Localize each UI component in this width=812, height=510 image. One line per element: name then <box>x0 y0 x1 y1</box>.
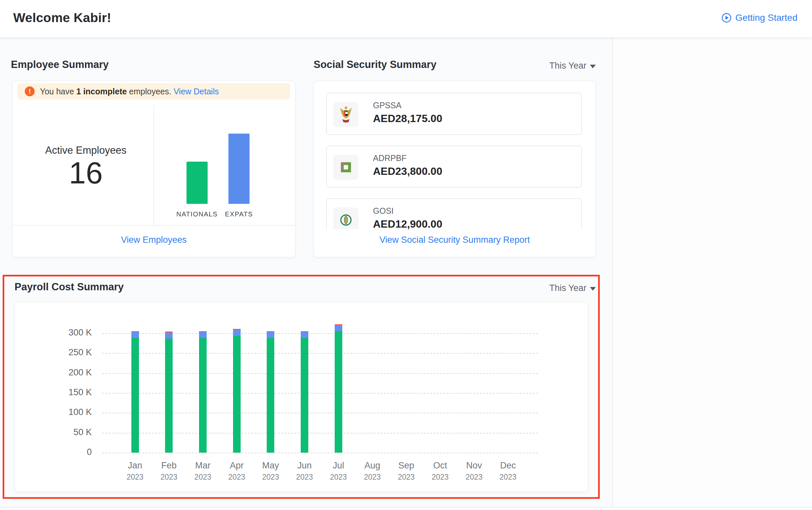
y-axis-tick-label: 250 K <box>39 348 92 358</box>
period-label: This Year <box>549 61 586 71</box>
bar-segment-blue-feb <box>165 332 173 338</box>
bar-segment-blue-jan <box>132 332 139 338</box>
mini-bar-nationals <box>186 162 208 204</box>
warning-text: You have <box>40 87 76 96</box>
mini-bar-expats <box>228 133 250 204</box>
gridline <box>102 453 538 453</box>
y-axis-tick-label: 100 K <box>39 407 92 417</box>
page-header: Welcome Kabir! Getting Started <box>0 0 812 38</box>
social-security-period-select[interactable]: This Year <box>549 61 596 71</box>
scheme-amount: AED12,900.00 <box>373 218 442 229</box>
vertical-divider <box>153 105 154 225</box>
horizontal-divider <box>12 225 295 226</box>
x-axis-label: Dec2023 <box>488 460 528 482</box>
social-security-row[interactable]: GPSSAAED28,175.00 <box>326 93 582 135</box>
page-title: Welcome Kabir! <box>13 10 111 25</box>
play-circle-icon <box>722 13 731 23</box>
adrpbf-logo-icon <box>338 160 353 175</box>
bar-segment-green-may <box>267 338 274 453</box>
view-employees-link[interactable]: View Employees <box>12 235 295 245</box>
bar-segment-green-jun <box>301 338 308 453</box>
social-security-row[interactable]: GOSIAED12,900.00 <box>326 198 582 229</box>
active-employees-count: 16 <box>20 156 152 190</box>
bar-segment-red-jan <box>132 331 139 332</box>
social-security-list[interactable]: GPSSAAED28,175.00ADRPBFAED23,800.00GOSIA… <box>326 93 583 229</box>
warning-icon: ! <box>25 86 35 96</box>
y-axis-tick-label: 300 K <box>39 328 92 338</box>
warning-text-bold: 1 incomplete <box>76 87 127 96</box>
getting-started-link[interactable]: Getting Started <box>722 12 798 23</box>
bar-segment-red-mar <box>199 331 207 332</box>
employee-summary-title: Employee Summary <box>11 59 109 70</box>
chevron-down-icon <box>590 287 596 291</box>
bar-segment-red-may <box>267 331 274 332</box>
social-security-summary-title: Social Security Summary <box>314 59 436 70</box>
payroll-cost-summary-title: Payroll Cost Summary <box>14 281 124 293</box>
y-axis-tick-label: 0 <box>39 447 92 457</box>
y-axis-tick-label: 200 K <box>39 367 92 378</box>
incomplete-employees-banner: ! You have 1 incomplete employees. View … <box>18 83 290 100</box>
bar-segment-green-jan <box>132 338 139 453</box>
view-social-security-report-link[interactable]: View Social Security Summary Report <box>314 235 596 245</box>
bar-segment-blue-mar <box>199 332 207 338</box>
bar-segment-blue-jun <box>301 332 308 338</box>
scheme-amount: AED28,175.00 <box>373 113 442 125</box>
bar-segment-red-jun <box>301 331 308 332</box>
scheme-name: GOSI <box>373 206 394 216</box>
dashboard-page: Welcome Kabir! Getting Started Employee … <box>0 0 812 510</box>
scheme-icon-box <box>334 102 358 127</box>
period-label: This Year <box>549 283 586 293</box>
active-employees-label: Active Employees <box>20 145 152 156</box>
month-label: Dec <box>488 460 528 471</box>
bar-segment-blue-may <box>267 332 274 338</box>
bar-segment-blue-apr <box>233 330 241 336</box>
bar-segment-red-apr <box>233 329 241 330</box>
year-label: 2023 <box>488 473 528 482</box>
getting-started-label: Getting Started <box>735 12 798 23</box>
bar-segment-green-jul <box>335 331 342 453</box>
bar-segment-green-apr <box>233 336 241 453</box>
right-gutter <box>612 38 812 510</box>
payroll-period-select[interactable]: This Year <box>549 283 596 293</box>
warning-text-suffix: employees. <box>127 87 174 96</box>
mini-bar-label: EXPATS <box>209 210 269 218</box>
scheme-name: ADRPBF <box>373 153 406 163</box>
y-axis-tick-label: 150 K <box>39 387 92 397</box>
scheme-icon-box <box>334 208 358 229</box>
chevron-down-icon <box>590 65 596 68</box>
bar-segment-blue-jul <box>335 325 342 331</box>
scheme-amount: AED23,800.00 <box>373 165 442 178</box>
bar-segment-green-feb <box>165 338 173 453</box>
uae-emblem-icon <box>338 105 353 124</box>
bar-segment-red-feb <box>165 332 173 332</box>
y-axis-tick-label: 50 K <box>39 427 92 438</box>
bar-segment-green-mar <box>199 338 207 453</box>
incomplete-employees-text: You have 1 incomplete employees. View De… <box>40 83 219 100</box>
scheme-icon-box <box>334 155 358 180</box>
bottom-divider <box>0 507 812 510</box>
bar-segment-red-jul <box>335 324 342 325</box>
gosi-logo-icon <box>338 212 353 228</box>
social-security-row[interactable]: ADRPBFAED23,800.00 <box>326 146 582 188</box>
scheme-name: GPSSA <box>373 100 401 110</box>
view-details-link[interactable]: View Details <box>174 87 219 96</box>
